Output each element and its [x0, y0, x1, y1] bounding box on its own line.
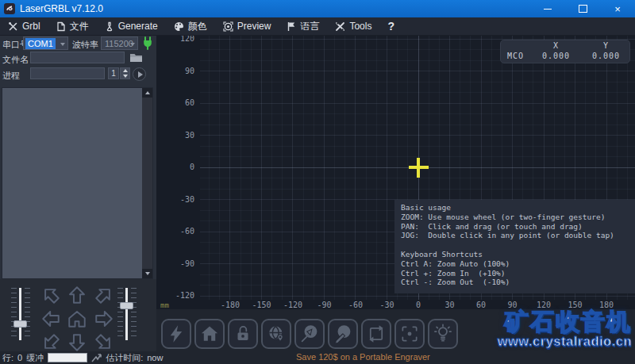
menu-help[interactable]: ?: [379, 17, 402, 35]
connect-plug-icon: [141, 36, 154, 50]
menu-file[interactable]: 文件: [48, 17, 97, 35]
jog-right-button[interactable]: [90, 307, 117, 331]
menu-tools[interactable]: Tools: [327, 17, 379, 35]
process-input[interactable]: [30, 67, 105, 79]
y-tick-label: 60: [156, 98, 194, 107]
focus-center-button[interactable]: [394, 319, 425, 349]
pass-count-value: 1: [108, 67, 119, 79]
port-value: COM1: [25, 38, 56, 49]
grid-line: [271, 35, 272, 300]
grid-line: [334, 35, 335, 300]
stats-icon: [91, 354, 102, 362]
arrow-up-left-icon: [36, 281, 65, 310]
jog-step-slider[interactable]: [114, 284, 140, 344]
y-tick-label: -60: [156, 227, 194, 236]
stepper-up-icon[interactable]: [123, 69, 128, 72]
grbl-reset-button[interactable]: [161, 319, 191, 349]
slider-track: [19, 288, 21, 340]
arrow-left-icon: [40, 308, 61, 329]
chevron-down-icon: [60, 43, 65, 46]
gcode-list-scrollbar[interactable]: [142, 88, 152, 278]
unlock-button[interactable]: [228, 319, 258, 349]
position-panel: X Y MCO 0.000 0.000: [500, 40, 630, 63]
y-tick-label: -90: [156, 259, 194, 268]
goto-position-button[interactable]: [294, 319, 325, 349]
mco-row-label: MCO: [501, 52, 531, 60]
home-icon: [67, 308, 87, 329]
grid-line: [209, 35, 210, 300]
help-line: Ctrl +: Zoom In (+10%): [401, 269, 635, 278]
frame-globe-button[interactable]: [261, 319, 291, 349]
pen-trace-button[interactable]: [328, 319, 358, 349]
x-tick-label: 90: [495, 301, 530, 309]
grid-line: [387, 35, 387, 300]
focus-center-icon: [399, 324, 420, 344]
laser-light-button[interactable]: [428, 319, 458, 349]
close-button[interactable]: ×: [600, 0, 635, 17]
scroll-down-button[interactable]: [142, 269, 152, 278]
help-line: ZOOM: Use mouse wheel (or two-finger ges…: [401, 213, 635, 222]
help-line: Keyboard Shortcuts: [401, 250, 635, 259]
filename-input[interactable]: [30, 52, 125, 63]
stepper-down-icon[interactable]: [123, 75, 128, 78]
x-tick-label: 0: [401, 301, 436, 309]
x-column-header: X: [531, 41, 581, 50]
slider-track: [125, 288, 128, 340]
maximize-button[interactable]: [565, 0, 600, 17]
promo-link[interactable]: Save 120$ on a Portable Engraver: [296, 352, 430, 362]
port-select[interactable]: COM1: [23, 36, 68, 50]
scroll-up-button[interactable]: [142, 88, 152, 98]
jog-up-left-button[interactable]: [37, 283, 64, 307]
buffer-label: 缓冲: [26, 352, 44, 364]
jog-speed-slider[interactable]: [8, 284, 33, 344]
preview-canvas[interactable]: 1209060300-30-60-90-120 -180-150-120-90-…: [156, 35, 635, 309]
grid-line: [376, 35, 377, 300]
file-icon: [56, 21, 66, 32]
menu-language[interactable]: 语言: [279, 17, 327, 35]
jog-left-button[interactable]: [37, 307, 64, 331]
x-tick-label: -150: [244, 301, 279, 309]
title-bar: LaserGRBL v7.12.0 ×: [0, 0, 635, 17]
arrow-down-icon: [67, 332, 87, 353]
grid-line: [324, 35, 325, 300]
y-tick-label: 90: [156, 67, 194, 75]
x-tick-label: -180: [213, 301, 248, 309]
status-left: 行: 0 缓冲 估计时间: now: [2, 351, 163, 364]
baud-select[interactable]: 115200: [101, 36, 138, 50]
lines-label: 行:: [2, 352, 13, 364]
grid-line: [303, 35, 304, 300]
y-tick-label: -30: [156, 195, 194, 204]
y-tick-label: 0: [156, 163, 194, 171]
x-tick-label: 30: [433, 301, 468, 309]
grid-line: [261, 35, 262, 300]
jog-up-right-button[interactable]: [90, 283, 117, 307]
jog-pad: [37, 283, 117, 354]
app-logo-icon: [4, 3, 15, 14]
open-file-button[interactable]: [128, 52, 144, 63]
slider-handle[interactable]: [13, 320, 27, 328]
laser-bulb-icon: [433, 324, 453, 344]
homing-button[interactable]: [194, 319, 225, 349]
connect-button[interactable]: [140, 36, 155, 50]
laser-crosshair: [417, 158, 420, 178]
menu-color[interactable]: 颜色: [166, 17, 215, 35]
run-program-button[interactable]: [133, 67, 146, 81]
scroll-up-icon: [145, 91, 150, 94]
frame-border-button[interactable]: [361, 319, 391, 349]
grid-line: [241, 35, 241, 300]
minimize-button[interactable]: [530, 0, 565, 17]
window-title: LaserGRBL v7.12.0: [20, 3, 103, 14]
menu-grbl[interactable]: Grbl: [0, 17, 48, 35]
help-line: PAN: Click and drag (or touch and drag): [401, 222, 635, 232]
menu-generate[interactable]: Generate: [97, 17, 166, 35]
pass-count-stepper[interactable]: [120, 67, 130, 79]
bottom-toolbar: [156, 309, 635, 351]
jog-up-button[interactable]: [64, 283, 90, 307]
jog-home-button[interactable]: [64, 307, 90, 331]
grid-line: [344, 35, 345, 300]
gcode-list[interactable]: [2, 87, 153, 279]
menu-preview[interactable]: Preview: [215, 17, 279, 35]
unlock-icon: [233, 324, 253, 344]
eta-label: 估计时间:: [106, 352, 143, 364]
slider-handle[interactable]: [120, 302, 133, 309]
